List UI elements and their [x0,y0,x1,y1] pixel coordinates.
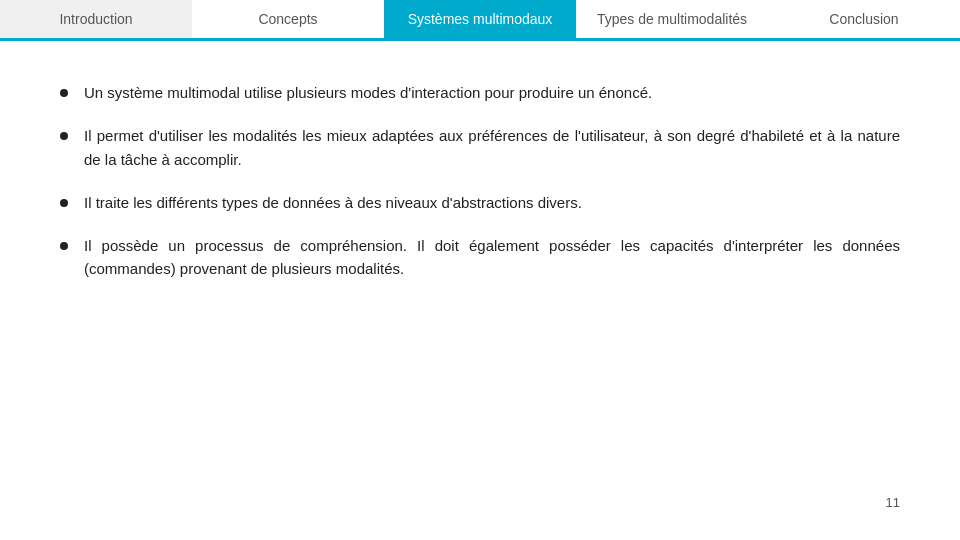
bullet-text-1: Un système multimodal utilise plusieurs … [84,81,900,104]
bullet-text-3: Il traite les différents types de donnée… [84,191,900,214]
page-number: 11 [60,485,900,510]
bullet-text-4: Il possède un processus de compréhension… [84,234,900,281]
bullet-dot [60,132,68,140]
nav-item-introduction[interactable]: Introduction [0,0,192,38]
bullet-item-3: Il traite les différents types de donnée… [60,191,900,214]
nav-item-concepts[interactable]: Concepts [192,0,384,38]
bullet-dot [60,242,68,250]
bullet-dot [60,199,68,207]
bullet-dot [60,89,68,97]
main-content: Un système multimodal utilise plusieurs … [0,41,960,540]
bullet-list: Un système multimodal utilise plusieurs … [60,81,900,485]
nav-item-conclusion[interactable]: Conclusion [768,0,960,38]
nav-item-systemes-multimodaux[interactable]: Systèmes multimodaux [384,0,576,38]
bullet-item-2: Il permet d'utiliser les modalités les m… [60,124,900,171]
navbar: IntroductionConceptsSystèmes multimodaux… [0,0,960,41]
bullet-item-4: Il possède un processus de compréhension… [60,234,900,281]
bullet-item-1: Un système multimodal utilise plusieurs … [60,81,900,104]
bullet-text-2: Il permet d'utiliser les modalités les m… [84,124,900,171]
nav-item-types-multimodalites[interactable]: Types de multimodalités [576,0,768,38]
